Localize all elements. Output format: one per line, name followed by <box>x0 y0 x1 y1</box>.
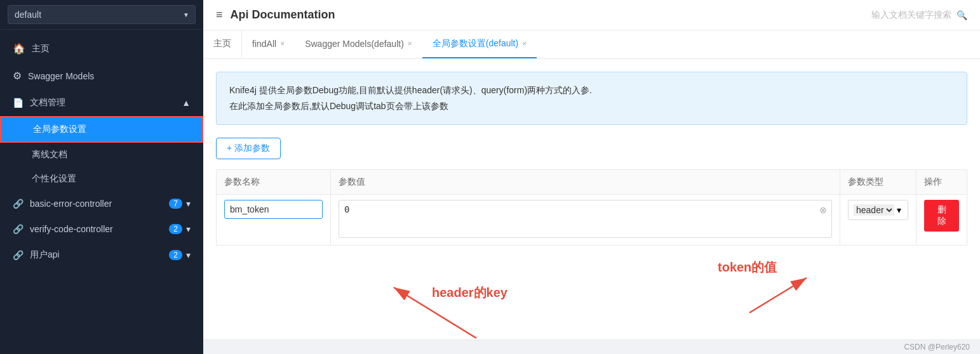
annotation-token-value: token的值 <box>718 259 777 276</box>
tab-home-label: 主页 <box>213 38 231 49</box>
col-header-type: 参数类型 <box>840 170 916 195</box>
clear-value-icon[interactable]: ⊗ <box>819 205 827 215</box>
footer-text: CSDN @Perley620 <box>904 343 970 351</box>
param-type-cell: header query ▾ <box>840 195 916 246</box>
verify-code-icon: 🔗 <box>13 224 23 234</box>
col-header-value: 参数值 <box>331 170 840 195</box>
user-api-icon: 🔗 <box>13 250 23 260</box>
tab-global-params-label: 全局参数设置(default) <box>433 38 518 49</box>
swagger-models-icon: ⚙ <box>13 70 22 82</box>
page-title: Api Documentation <box>231 8 335 22</box>
param-name-cell <box>217 195 331 246</box>
param-value-cell: 0 ⊗ <box>331 195 840 246</box>
tab-home[interactable]: 主页 <box>203 30 242 58</box>
delete-button[interactable]: 删除 <box>924 200 959 232</box>
search-icon[interactable]: 🔍 <box>957 10 967 20</box>
footer: CSDN @Perley620 <box>203 339 980 354</box>
sidebar-item-global-params-label: 全局参数设置 <box>33 124 86 135</box>
user-api-label: 用户api <box>30 249 60 261</box>
tab-bar: 主页 findAll × Swagger Models(default) × 全… <box>203 30 980 59</box>
info-line2: 在此添加全局参数后,默认Debug调试tab页会带上该参数 <box>229 98 954 114</box>
tab-swagger-models[interactable]: Swagger Models(default) × <box>295 31 422 58</box>
param-action-cell: 删除 <box>916 195 967 246</box>
sidebar-select[interactable]: default <box>8 5 196 24</box>
search-placeholder-text: 输入文档关键字搜索 <box>871 10 951 21</box>
tab-global-params[interactable]: 全局参数设置(default) × <box>422 30 537 58</box>
sidebar-select-wrap: default <box>8 5 196 24</box>
basic-error-badge: 7 <box>169 199 182 209</box>
sidebar-group-doc-management: 📄 文档管理 ▲ 全局参数设置 离线文档 个性化设置 <box>0 89 203 191</box>
sidebar-item-basic-error-controller[interactable]: 🔗 basic-error-controller 7 ▾ <box>0 191 203 216</box>
sidebar-item-offline-docs[interactable]: 离线文档 <box>0 143 203 167</box>
sidebar-item-verify-code-controller[interactable]: 🔗 verify-code-controller 2 ▾ <box>0 216 203 242</box>
sidebar-item-global-params[interactable]: 全局参数设置 <box>0 116 203 143</box>
annotation-header-key: header的key <box>432 284 507 301</box>
add-param-btn-label: + 添加参数 <box>227 143 270 154</box>
param-type-select[interactable]: header query <box>854 204 894 216</box>
col-header-name: 参数名称 <box>217 170 331 195</box>
basic-error-icon: 🔗 <box>13 199 23 209</box>
content-area: Knife4j 提供全局参数Debug功能,目前默认提供header(请求头)、… <box>203 59 980 339</box>
sidebar-item-personalization[interactable]: 个性化设置 <box>0 167 203 191</box>
sidebar-item-home-label: 主页 <box>32 43 50 55</box>
col-header-action: 操作 <box>916 170 967 195</box>
type-select-chevron-icon: ▾ <box>897 205 901 215</box>
verify-code-label: verify-code-controller <box>30 224 113 234</box>
top-header: ≡ Api Documentation 输入文档关键字搜索 🔍 <box>203 0 980 30</box>
sidebar-nav: 🏠 主页 ⚙ Swagger Models 📄 文档管理 ▲ <box>0 30 203 354</box>
basic-error-chevron-icon: ▾ <box>186 199 191 209</box>
tab-global-params-close[interactable]: × <box>522 39 527 48</box>
svg-line-3 <box>749 278 807 313</box>
sidebar-item-offline-docs-label: 离线文档 <box>32 149 67 159</box>
verify-code-chevron-icon: ▾ <box>186 224 191 234</box>
tab-findall-label: findAll <box>252 39 276 49</box>
sidebar-item-user-api[interactable]: 🔗 用户api 2 ▾ <box>0 242 203 268</box>
sidebar-item-swagger-models-label: Swagger Models <box>28 71 94 81</box>
add-param-button[interactable]: + 添加参数 <box>216 138 281 159</box>
param-value-textarea[interactable]: 0 <box>339 200 832 238</box>
sidebar-item-home[interactable]: 🏠 主页 <box>0 35 203 62</box>
basic-error-label: basic-error-controller <box>30 199 112 209</box>
tab-findall[interactable]: findAll × <box>242 31 295 58</box>
home-icon: 🏠 <box>13 43 25 55</box>
sidebar-group-doc-children: 全局参数设置 离线文档 个性化设置 <box>0 116 203 191</box>
svg-line-2 <box>394 287 476 338</box>
sidebar-header: default <box>0 0 203 30</box>
sidebar: default 🏠 主页 ⚙ Swagger Models 📄 文档管理 <box>0 0 203 354</box>
info-box: Knife4j 提供全局参数Debug功能,目前默认提供header(请求头)、… <box>216 72 967 125</box>
param-table: 参数名称 参数值 参数类型 操作 0 ⊗ <box>216 169 967 246</box>
chevron-up-icon: ▲ <box>182 98 191 108</box>
user-api-badge: 2 <box>169 250 182 260</box>
info-line1: Knife4j 提供全局参数Debug功能,目前默认提供header(请求头)、… <box>229 82 954 98</box>
sidebar-item-swagger-models[interactable]: ⚙ Swagger Models <box>0 62 203 89</box>
main-content: ≡ Api Documentation 输入文档关键字搜索 🔍 主页 findA… <box>203 0 980 354</box>
verify-code-badge: 2 <box>169 224 182 234</box>
param-name-input[interactable] <box>224 200 323 219</box>
sidebar-group-doc-label: 文档管理 <box>30 97 65 108</box>
menu-icon[interactable]: ≡ <box>216 8 223 22</box>
sidebar-item-personalization-label: 个性化设置 <box>32 173 76 183</box>
sidebar-group-doc-title[interactable]: 📄 文档管理 ▲ <box>0 89 203 116</box>
table-row: 0 ⊗ header query ▾ <box>217 195 967 246</box>
tab-findall-close[interactable]: × <box>280 39 285 48</box>
table-header-row: 参数名称 参数值 参数类型 操作 <box>217 170 967 195</box>
header-search[interactable]: 输入文档关键字搜索 🔍 <box>871 10 967 21</box>
param-value-wrap: 0 ⊗ <box>339 200 832 240</box>
param-type-select-wrap: header query ▾ <box>848 200 908 220</box>
tab-swagger-models-close[interactable]: × <box>408 39 412 48</box>
tab-swagger-models-label: Swagger Models(default) <box>305 39 404 49</box>
doc-management-icon: 📄 <box>13 98 23 108</box>
user-api-chevron-icon: ▾ <box>186 250 191 260</box>
